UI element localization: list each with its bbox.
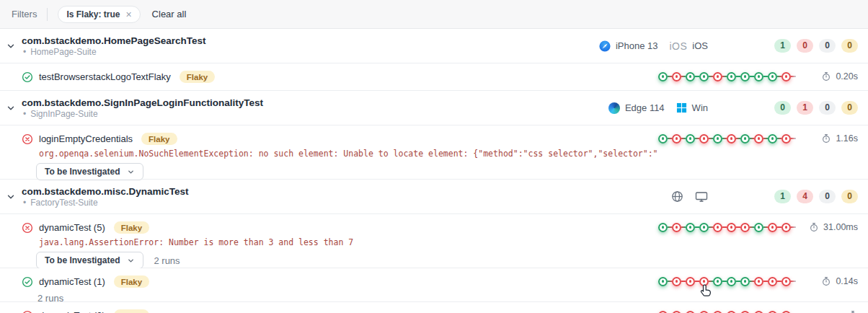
run-dot-center	[785, 226, 788, 229]
run-dot-fail[interactable]	[672, 72, 681, 81]
run-dot-fail[interactable]	[672, 277, 681, 286]
duration: 31.00ms	[807, 222, 858, 232]
run-dot-fail[interactable]	[768, 223, 777, 232]
run-dot-pass[interactable]	[686, 134, 695, 144]
failed-icon	[22, 310, 33, 313]
suite-row[interactable]: com.bstackdemo.HomePageSearchTest•HomePa…	[0, 29, 868, 63]
run-dot-fail[interactable]	[781, 277, 791, 286]
run-dot-pass[interactable]	[658, 223, 668, 232]
filter-chip-is-flaky[interactable]: Is Flaky: true ×	[58, 6, 140, 23]
failed-icon	[22, 222, 33, 234]
run-dot-fail[interactable]	[672, 134, 681, 144]
run-dot-pass[interactable]	[699, 223, 709, 232]
run-dot-fail[interactable]	[754, 277, 763, 286]
run-dot-fail[interactable]	[713, 311, 722, 313]
run-dot-fail[interactable]	[672, 311, 681, 313]
run-dot-fail[interactable]	[768, 277, 777, 286]
run-dot-fail[interactable]	[754, 134, 763, 144]
env-item: Win	[676, 102, 708, 113]
test-name[interactable]: dynamicTest (1)	[39, 276, 105, 287]
count-badge-failed: 1	[797, 101, 813, 115]
run-connector	[791, 138, 796, 139]
chevron-down-icon	[6, 192, 16, 202]
run-dot-fail[interactable]	[713, 223, 722, 232]
test-row: dynamicTest (2)Flaky	[0, 302, 868, 313]
run-dot-pass[interactable]	[740, 72, 750, 81]
run-dot-fail[interactable]	[781, 134, 791, 144]
run-dot-fail[interactable]	[754, 311, 763, 313]
test-name[interactable]: testBrowserstackLogoTextFlaky	[39, 71, 171, 82]
investigation-status-dropdown[interactable]: To be Investigated	[36, 163, 143, 180]
run-dot-pass[interactable]	[768, 134, 777, 144]
run-dot-center	[758, 75, 761, 78]
run-dot-pass[interactable]	[740, 277, 750, 286]
test-name[interactable]: dynamicTest (5)	[39, 222, 105, 233]
run-dot-pass[interactable]	[658, 134, 668, 144]
test-name[interactable]: loginEmptyCredentials	[39, 133, 133, 144]
duration-value: 31.00ms	[823, 222, 858, 232]
collapse-suite-button[interactable]	[0, 186, 22, 208]
test-row: testBrowserstackLogoTextFlakyFlaky0.20s	[0, 63, 868, 91]
run-dot-center	[676, 75, 678, 78]
run-dot-pass[interactable]	[754, 72, 763, 81]
run-dot-pass[interactable]	[727, 277, 736, 286]
safari-icon	[599, 40, 611, 52]
run-dot-fail[interactable]	[781, 72, 791, 81]
run-dot-fail[interactable]	[699, 311, 709, 313]
run-dot-center	[676, 280, 678, 283]
run-dot-pass[interactable]	[699, 72, 709, 81]
test-title-line: dynamicTest (5)Flaky	[22, 221, 658, 234]
run-dot-fail[interactable]	[727, 311, 736, 313]
stopwatch-icon	[809, 222, 819, 232]
env-item	[671, 190, 683, 203]
run-dot-fail[interactable]	[658, 311, 668, 313]
run-dot-center	[771, 226, 774, 229]
suite-row[interactable]: com.bstackdemo.SignInPageLoginFunctional…	[0, 91, 868, 125]
run-history	[658, 72, 796, 81]
count-badge-flaky: 0	[841, 190, 858, 203]
test-observability-screen: Filters Is Flaky: true × Clear all com.b…	[0, 0, 868, 313]
suite-name: com.bstackdemo.SignInPageLoginFunctional…	[22, 97, 263, 108]
run-dot-fail[interactable]	[686, 277, 695, 286]
run-dot-pass[interactable]	[713, 134, 722, 144]
run-dot-pass[interactable]	[740, 134, 750, 144]
suite-row[interactable]: com.bstackdemo.misc.DynamicTest•FactoryT…	[0, 180, 868, 214]
run-dot-pass[interactable]	[686, 223, 695, 232]
run-dot-pass[interactable]	[713, 277, 722, 286]
run-dot-fail[interactable]	[727, 134, 736, 144]
test-name[interactable]: dynamicTest (2)	[39, 310, 105, 313]
run-dot-fail[interactable]	[727, 223, 736, 232]
run-dot-pass[interactable]	[768, 72, 777, 81]
flaky-badge: Flaky	[180, 71, 215, 83]
run-dot-center	[730, 75, 733, 78]
run-dot-fail[interactable]	[768, 311, 777, 313]
clear-all-button[interactable]: Clear all	[152, 9, 187, 19]
run-dot-fail[interactable]	[699, 277, 709, 286]
env-item: iOSiOS	[669, 40, 708, 52]
collapse-suite-button[interactable]	[0, 35, 22, 57]
suite-titles: com.bstackdemo.misc.DynamicTest•FactoryT…	[22, 186, 189, 208]
run-dot-fail[interactable]	[686, 311, 695, 313]
run-dot-pass[interactable]	[658, 72, 668, 81]
run-dot-center	[744, 226, 747, 229]
run-history	[658, 223, 796, 232]
run-dot-fail[interactable]	[781, 223, 791, 232]
run-dot-fail[interactable]	[781, 311, 791, 313]
run-dot-pass[interactable]	[658, 277, 668, 286]
run-dot-fail[interactable]	[740, 223, 750, 232]
test-run-summary: 0.14s	[658, 276, 858, 286]
run-dot-fail[interactable]	[672, 223, 681, 232]
run-dot-fail[interactable]	[713, 72, 722, 81]
run-dot-pass[interactable]	[686, 72, 695, 81]
chip-close-icon[interactable]: ×	[125, 9, 131, 19]
test-info: dynamicTest (1)Flaky2 runs	[22, 275, 658, 304]
filter-divider	[47, 8, 48, 21]
run-dot-pass[interactable]	[754, 223, 763, 232]
bullet: •	[23, 109, 26, 119]
run-dot-fail[interactable]	[699, 134, 709, 144]
collapse-suite-button[interactable]	[0, 97, 22, 119]
run-dot-fail[interactable]	[740, 311, 750, 313]
run-dot-pass[interactable]	[727, 72, 736, 81]
investigation-status-dropdown[interactable]: To be Investigated	[36, 252, 143, 269]
run-dot-center	[744, 280, 747, 283]
